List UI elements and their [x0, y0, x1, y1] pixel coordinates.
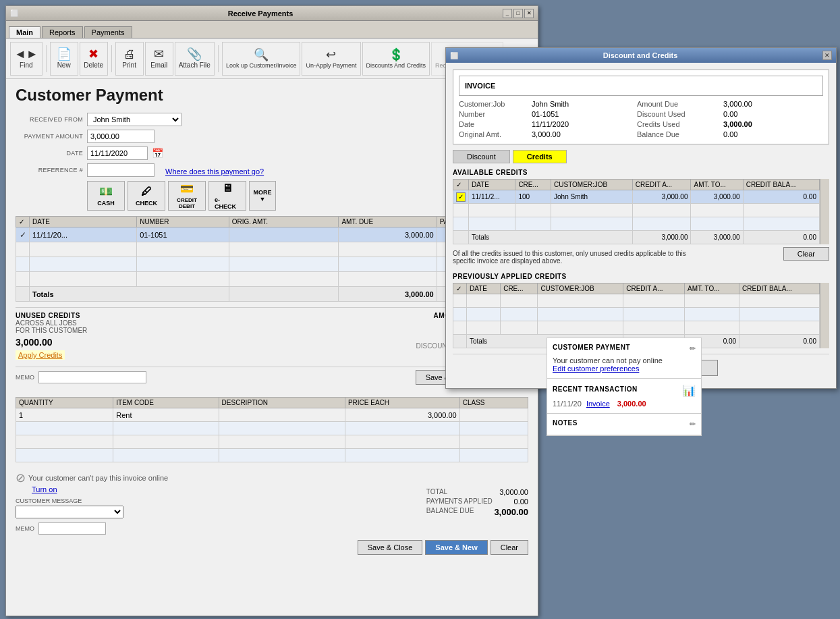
- recent-date: 11/11/20: [553, 400, 582, 408]
- prev-col-customer: CUSTOMER:JOB: [538, 284, 623, 294]
- avail-totals-label: Totals: [469, 231, 633, 244]
- avail-totals-amt-to: 3,000.00: [691, 231, 743, 244]
- lookup-button[interactable]: 🔍 Look up Customer/Invoice: [222, 42, 301, 76]
- new-label: New: [57, 61, 71, 69]
- echeck-button[interactable]: 🖥 e-CHECK: [208, 181, 246, 211]
- check-button[interactable]: 🖊 CHECK: [128, 181, 165, 211]
- date-input[interactable]: [87, 146, 148, 160]
- available-credits-section: AVAILABLE CREDITS ✓ DATE CRE... CUSTOMER…: [453, 169, 829, 267]
- online-icon: ⊘: [16, 470, 26, 485]
- prev-col-amt-to: AMT. TO...: [685, 284, 739, 294]
- apply-credits-link[interactable]: Apply Credits: [16, 350, 65, 360]
- payment-link[interactable]: Where does this payment go?: [165, 167, 264, 176]
- online-msg-panel: Your customer can not pay online: [553, 356, 696, 365]
- col-price: PRICE EACH: [345, 398, 459, 408]
- customer-msg-select[interactable]: [16, 506, 123, 518]
- available-credits-title: AVAILABLE CREDITS: [453, 169, 829, 176]
- number-label: Number: [459, 110, 526, 118]
- edit-notes-icon[interactable]: ✏: [690, 420, 696, 429]
- email-button[interactable]: ✉ Email: [145, 42, 173, 76]
- totals-amt-due: 3,000.00: [339, 287, 437, 302]
- credit-debit-button[interactable]: 💳 CREDIT DEBIT: [168, 181, 206, 211]
- invoice-info-grid: Customer:Job John Smith Amount Due 3,000…: [459, 100, 823, 138]
- recent-transaction-header: RECENT TRANSACTION 📊: [553, 384, 696, 397]
- edit-payment-icon[interactable]: ✏: [690, 344, 696, 353]
- close-button[interactable]: ✕: [524, 9, 534, 18]
- tab-credits[interactable]: Credits: [513, 150, 567, 163]
- edit-preferences-link[interactable]: Edit customer preferences: [553, 365, 639, 373]
- tab-main[interactable]: Main: [9, 26, 40, 38]
- customer-msg-label: CUSTOMER MESSAGE: [16, 497, 168, 504]
- prev-col-check: ✓: [453, 284, 467, 294]
- delete-icon: ✖: [88, 48, 99, 60]
- item-row-empty-2: [16, 435, 528, 449]
- orig-amt-value: 3,000.00: [532, 130, 632, 138]
- credit-icon: 💳: [180, 182, 194, 195]
- avail-totals-balance: 0.00: [743, 231, 819, 244]
- unapply-label: Un-Apply Payment: [306, 62, 356, 69]
- maximize-button[interactable]: □: [513, 9, 523, 18]
- clear-button[interactable]: Clear: [783, 247, 829, 261]
- orig-amt-label: Original Amt.: [459, 130, 526, 138]
- dialog-close-button[interactable]: ✕: [822, 51, 832, 60]
- tab-bar: Main Reports Payments: [6, 21, 538, 38]
- recent-transaction-row: 11/11/20 Invoice 3,000.00: [553, 400, 696, 408]
- prev-col-cre: CRE...: [501, 284, 538, 294]
- tab-reports[interactable]: Reports: [42, 26, 83, 38]
- bottom-save-buttons: Save & Close Save & New Clear: [16, 540, 528, 555]
- item-qty: 1: [16, 408, 113, 422]
- item-code: Rent: [113, 408, 219, 422]
- discounts-credits-button[interactable]: 💲 Discounts And Credits: [362, 42, 430, 76]
- avail-col-customer: CUSTOMER:JOB: [551, 180, 633, 190]
- window-controls: _ □ ✕: [503, 9, 534, 18]
- reference-input[interactable]: [87, 163, 155, 177]
- credits-used-value: 3,000.00: [723, 120, 823, 128]
- bottom-save-close-button[interactable]: Save & Close: [358, 540, 423, 555]
- item-row-1[interactable]: 1 Rent 3,000.00: [16, 408, 528, 422]
- payment-amount-input[interactable]: [87, 130, 155, 143]
- turn-on-link[interactable]: Turn on: [32, 485, 57, 493]
- item-class: [459, 408, 528, 422]
- row-number: 01-1051: [137, 227, 229, 242]
- bottom-save-new-button[interactable]: Save & New: [425, 540, 487, 555]
- main-window-title: Receive Payments: [228, 9, 293, 18]
- find-icon: ◄►: [14, 48, 38, 60]
- echeck-label: e-CHECK: [215, 196, 240, 210]
- memo-section: MEMO: [16, 371, 146, 383]
- minimize-button[interactable]: _: [503, 9, 512, 18]
- prev-col-date: DATE: [467, 284, 501, 294]
- print-button[interactable]: 🖨 Print: [115, 42, 144, 76]
- avail-col-amt-to: AMT. TO...: [691, 180, 743, 190]
- prev-scrollbar[interactable]: [820, 283, 829, 348]
- check-label: CHECK: [136, 200, 157, 207]
- find-button[interactable]: ◄► Find: [10, 42, 43, 76]
- col-check: ✓: [16, 217, 30, 227]
- attach-file-button[interactable]: 📎 Attach File: [175, 42, 215, 76]
- delete-button[interactable]: ✖ Delete: [80, 42, 108, 76]
- email-label: Email: [150, 61, 167, 69]
- new-button[interactable]: 📄 New: [50, 42, 78, 76]
- tab-discount[interactable]: Discount: [453, 150, 510, 163]
- recent-type[interactable]: Invoice: [586, 400, 610, 408]
- more-button[interactable]: MORE ▼: [249, 181, 276, 211]
- received-from-select[interactable]: John Smith: [87, 113, 181, 126]
- discount-used-value: 0.00: [723, 110, 823, 118]
- memo-input[interactable]: [38, 371, 146, 383]
- print-label: Print: [122, 61, 136, 69]
- tab-payments[interactable]: Payments: [84, 26, 132, 38]
- col-item-code: ITEM CODE: [113, 398, 219, 408]
- recent-transaction-icon[interactable]: 📊: [682, 384, 696, 397]
- credits-used-label: Credits Used: [637, 120, 718, 128]
- bottom-clear-button[interactable]: Clear: [491, 540, 528, 555]
- recent-transaction-title: RECENT TRANSACTION: [553, 385, 638, 393]
- inv-date-value: 11/11/2020: [532, 120, 632, 128]
- cash-button[interactable]: 💵 CASH: [87, 181, 125, 211]
- avail-table-row-1[interactable]: ✓ 11/11/2... 100 John Smith 3,000.00 3,0…: [453, 190, 820, 204]
- more-label: MORE: [254, 189, 272, 196]
- bottom-memo-input[interactable]: [38, 522, 106, 535]
- calendar-icon[interactable]: 📅: [152, 148, 163, 159]
- avail-row-credit-amt: 3,000.00: [632, 190, 691, 204]
- avail-scrollbar[interactable]: [820, 179, 829, 244]
- balance-due-dialog-label: Balance Due: [637, 130, 718, 138]
- unapply-button[interactable]: ↩ Un-Apply Payment: [302, 42, 360, 76]
